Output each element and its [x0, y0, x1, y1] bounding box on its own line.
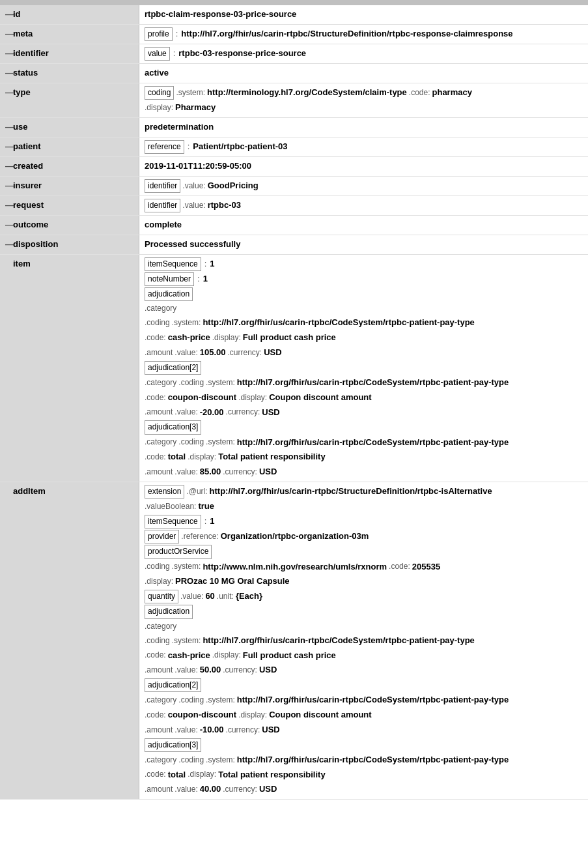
field-value: Patient/rtpbc-patient-03: [193, 140, 287, 154]
dot-key: .value:: [175, 347, 197, 359]
dash-icon: —: [5, 200, 14, 210]
field-key: id: [13, 9, 21, 19]
field-value: 85.00: [200, 465, 221, 479]
value-line: .code:total.display:Total patient respon…: [145, 450, 583, 464]
dot-key: .system:: [206, 694, 235, 706]
value-line: predetermination: [145, 121, 583, 134]
key-cell: —type: [0, 83, 139, 117]
value-cell: rtpbc-claim-response-03-price-source: [139, 5, 588, 24]
field-value: USD: [259, 783, 277, 796]
field-value: active: [145, 66, 169, 80]
value-line: .category: [145, 620, 583, 633]
value-line: productOrService: [145, 545, 583, 558]
dot-key: .display:: [212, 332, 241, 344]
value-line: .amount.value:50.00.currency:USD: [145, 663, 583, 677]
field-badge[interactable]: quantity: [145, 590, 178, 603]
dot-key: .code:: [145, 649, 166, 661]
dot-key: .system:: [206, 436, 235, 448]
value-line: .amount.value:-10.00.currency:USD: [145, 723, 583, 737]
table-row: —created2019-11-01T11:20:59-05:00: [0, 157, 588, 177]
field-badge[interactable]: value: [145, 47, 170, 61]
table-row: —dispositionProcessed successfully: [0, 235, 588, 255]
dot-key: .value:: [175, 664, 197, 676]
value-line: .amount.value:40.00.currency:USD: [145, 783, 583, 796]
field-value: 1: [210, 515, 214, 528]
dot-key: .display:: [145, 575, 173, 588]
key-cell: —use: [0, 118, 139, 137]
value-cell: value:rtpbc-03-response-price-source: [139, 44, 588, 63]
value-cell: identifier.value:GoodPricing: [139, 177, 588, 195]
field-key: outcome: [13, 220, 48, 229]
key-cell: item: [0, 255, 139, 482]
dot-key: .system:: [172, 635, 201, 647]
dot-key: .value:: [175, 783, 197, 796]
field-key: meta: [13, 29, 33, 38]
field-badge[interactable]: itemSequence: [145, 515, 201, 528]
dot-key: .value:: [182, 199, 205, 212]
field-badge[interactable]: identifier: [145, 179, 180, 193]
field-badge[interactable]: adjudication[3]: [145, 420, 201, 434]
field-value: cash-price: [168, 649, 210, 663]
field-badge[interactable]: provider: [145, 530, 179, 543]
field-value: 1: [203, 272, 208, 286]
field-value: Organization/rtpbc-organization-03m: [221, 530, 369, 543]
value-line: .coding.system:http://hl7.org/fhir/us/ca…: [145, 634, 583, 648]
field-badge[interactable]: productOrService: [145, 545, 212, 558]
dot-key: .code:: [409, 87, 430, 99]
dot-key: .reference:: [181, 530, 218, 543]
field-value: Full product cash price: [243, 331, 336, 345]
dot-key: .coding: [145, 317, 170, 329]
dot-key: .coding: [178, 754, 204, 766]
value-line: noteNumber:1: [145, 272, 583, 286]
dot-key: .display:: [238, 392, 267, 404]
value-line: .code:coupon-discount.display:Coupon dis…: [145, 708, 583, 722]
url-value: http://hl7.org/fhir/us/carin-rtpbc/CodeS…: [237, 436, 509, 450]
dot-key: .currency:: [223, 783, 257, 796]
value-line: .amount.value:105.00.currency:USD: [145, 346, 583, 360]
field-value: Pharmacy: [175, 101, 216, 115]
key-cell: —request: [0, 196, 139, 215]
field-badge[interactable]: itemSequence: [145, 257, 201, 271]
field-badge[interactable]: noteNumber: [145, 272, 194, 286]
key-cell: —meta: [0, 25, 139, 44]
colon-separator: :: [176, 27, 178, 41]
dot-key: .amount: [145, 466, 173, 478]
dot-key: .code:: [145, 392, 166, 404]
field-badge[interactable]: profile: [145, 27, 173, 41]
field-badge[interactable]: reference: [145, 140, 184, 154]
value-line: identifier.value:rtpbc-03: [145, 199, 583, 212]
dash-icon: —: [5, 239, 14, 249]
dot-key: .coding: [178, 436, 204, 448]
field-badge[interactable]: adjudication: [145, 287, 193, 301]
dot-key: .code:: [389, 560, 410, 573]
field-badge[interactable]: adjudication: [145, 605, 193, 618]
dash-icon: —: [5, 181, 14, 190]
dot-key: .code:: [145, 451, 166, 463]
resource-title: [0, 0, 588, 5]
value-cell: active: [139, 64, 588, 83]
value-line: Processed successfully: [145, 238, 583, 252]
field-badge[interactable]: coding: [145, 86, 174, 100]
field-badge[interactable]: adjudication[2]: [145, 361, 201, 375]
field-badge[interactable]: identifier: [145, 199, 180, 212]
dot-key: .system:: [206, 377, 235, 389]
field-value: 1: [210, 257, 214, 271]
dash-icon: —: [5, 141, 14, 151]
table-row: —typecoding.system:http://terminology.hl…: [0, 83, 588, 118]
dot-key: .coding: [178, 694, 204, 706]
field-badge[interactable]: adjudication[3]: [145, 738, 201, 752]
value-cell: itemSequence:1noteNumber:1adjudication.c…: [139, 255, 588, 482]
field-value: USD: [259, 663, 277, 677]
fhir-tree: —idrtpbc-claim-response-03-price-source—…: [0, 0, 588, 800]
field-badge[interactable]: extension: [145, 485, 184, 499]
field-badge[interactable]: adjudication[2]: [145, 678, 201, 692]
field-value: 60: [205, 590, 214, 603]
dot-key: .display:: [238, 709, 267, 721]
table-row: —requestidentifier.value:rtpbc-03: [0, 196, 588, 216]
table-row: —insureridentifier.value:GoodPricing: [0, 177, 588, 196]
field-value: 40.00: [200, 783, 221, 796]
dot-key: .code:: [145, 332, 166, 344]
value-cell: reference:Patient/rtpbc-patient-03: [139, 137, 588, 156]
colon-separator: :: [204, 515, 207, 528]
key-cell: —insurer: [0, 177, 139, 195]
